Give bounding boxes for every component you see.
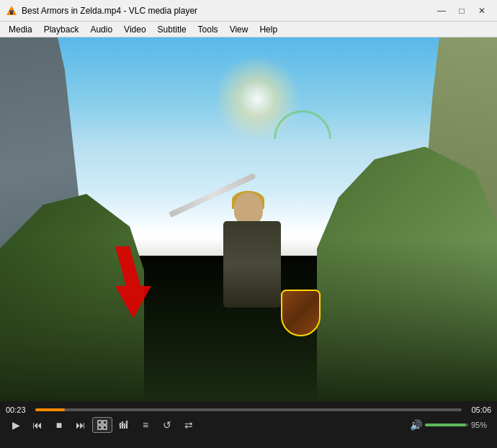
svg-rect-13	[119, 424, 122, 426]
equalizer-button[interactable]	[114, 417, 134, 433]
menu-playback[interactable]: Playback	[38, 23, 85, 36]
character-shield	[281, 290, 321, 336]
window-title: Best Armors in Zelda.mp4 - VLC media pla…	[22, 6, 432, 16]
volume-percent: 95%	[471, 421, 491, 429]
menu-bar: Media Playback Audio Video Subtitle Tool…	[0, 22, 497, 37]
close-button[interactable]: ✕	[473, 4, 491, 18]
menu-audio[interactable]: Audio	[84, 23, 118, 36]
time-total: 05:06	[466, 406, 491, 414]
svg-rect-2	[9, 10, 14, 12]
volume-area: 🔊 95%	[410, 419, 491, 431]
playlist-button[interactable]: ≡	[135, 417, 156, 433]
loop-button[interactable]: ↺	[157, 417, 177, 433]
next-button[interactable]: ⏭	[71, 417, 91, 433]
svg-rect-16	[125, 422, 128, 424]
menu-view[interactable]: View	[224, 23, 254, 36]
svg-rect-14	[121, 423, 124, 424]
character-armor	[223, 221, 281, 308]
volume-bar[interactable]	[425, 424, 468, 426]
menu-video[interactable]: Video	[118, 23, 151, 36]
fullscreen-button[interactable]	[92, 417, 112, 433]
buttons-row: ▶ ⏮ ■ ⏭ ≡ ↺ ⇄	[6, 417, 491, 433]
svg-rect-15	[123, 425, 126, 426]
menu-media[interactable]: Media	[3, 23, 38, 36]
volume-fill	[425, 424, 466, 426]
svg-rect-12	[126, 421, 127, 429]
svg-rect-9	[120, 423, 121, 429]
video-area	[0, 37, 497, 401]
progress-row: 00:23 05:06	[6, 406, 491, 414]
window-controls: — □ ✕	[432, 4, 491, 18]
play-button[interactable]: ▶	[6, 417, 26, 433]
svg-rect-5	[98, 421, 102, 424]
progress-fill	[35, 408, 65, 411]
character-silhouette	[209, 178, 324, 358]
progress-bar[interactable]	[35, 408, 462, 411]
time-current: 00:23	[6, 406, 31, 414]
prev-button[interactable]: ⏮	[27, 417, 48, 433]
svg-rect-10	[122, 421, 123, 429]
svg-rect-8	[103, 426, 107, 429]
minimize-button[interactable]: —	[432, 4, 451, 18]
controls-bar: 00:23 05:06 ▶ ⏮ ■ ⏭	[0, 401, 497, 448]
menu-tools[interactable]: Tools	[192, 23, 224, 36]
menu-subtitle[interactable]: Subtitle	[152, 23, 192, 36]
character-head	[234, 192, 263, 225]
volume-icon[interactable]: 🔊	[410, 419, 422, 431]
svg-rect-7	[98, 426, 102, 429]
random-button[interactable]: ⇄	[179, 417, 199, 433]
character	[209, 178, 324, 358]
svg-rect-6	[103, 421, 107, 424]
vlc-icon	[6, 5, 17, 17]
stop-button[interactable]: ■	[49, 417, 69, 433]
menu-help[interactable]: Help	[254, 23, 283, 36]
title-bar: Best Armors in Zelda.mp4 - VLC media pla…	[0, 0, 497, 22]
maximize-button[interactable]: □	[452, 4, 471, 18]
